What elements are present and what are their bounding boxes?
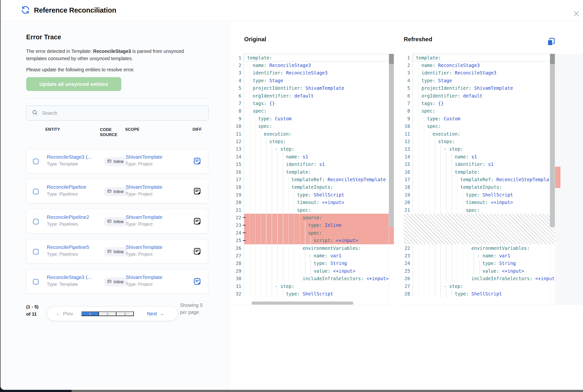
line-number: 31: [232, 284, 244, 289]
row-checkbox[interactable]: [33, 249, 38, 254]
line-number: 29: [232, 268, 244, 274]
original-vertical-scrollbar[interactable]: [389, 54, 394, 305]
code-line: 23 type: Inline: [232, 222, 394, 229]
code-line: 6 orgIdentifier: default: [404, 92, 555, 100]
line-number: 18: [232, 184, 244, 190]
line-number: 12: [404, 139, 413, 144]
page-button-1[interactable]: 1: [81, 312, 99, 316]
line-number: 13: [404, 146, 413, 152]
table-row: ReconcilePipeline5Type: PipelinesInlineS…: [26, 239, 208, 264]
next-page-button[interactable]: Next→: [134, 306, 177, 321]
deleted-line-marker: [243, 217, 246, 218]
deleted-line-marker: [243, 225, 246, 226]
table-row: ReconcileStage3 (...Type: TemplateInline…: [26, 269, 208, 294]
entity-type-label: Type: Template: [47, 282, 78, 287]
scope-link[interactable]: ShivamTemplate: [126, 274, 162, 280]
inline-storage-icon: [107, 159, 111, 164]
line-number: 9: [232, 116, 244, 121]
code-line: 22 environmentVariables:: [404, 244, 555, 252]
page-button-2[interactable]: 2: [99, 312, 116, 316]
line-number: 4: [404, 78, 413, 83]
code-line: 24 spec:: [232, 229, 394, 236]
diff-file-icon[interactable]: [193, 277, 201, 286]
code-line: 8 spec:: [232, 107, 394, 115]
page-button-3[interactable]: 3: [116, 312, 134, 316]
scope-link[interactable]: ShivamTemplate: [126, 244, 162, 250]
pagination-range: (1 - 5) of 11: [26, 303, 42, 318]
line-number: 18: [404, 184, 413, 190]
code-line: 27 - step:: [404, 282, 555, 290]
code-line: 3 identifier: ReconcileStage3: [232, 69, 394, 77]
arrow-left-icon: ←: [56, 311, 61, 316]
update-all-button[interactable]: Update all unsynced entities: [26, 77, 121, 91]
entity-link[interactable]: ReconcilePipeline: [47, 184, 86, 190]
diff-file-icon[interactable]: [193, 187, 201, 196]
line-number: 14: [232, 154, 244, 159]
inline-storage-icon: [107, 279, 111, 284]
close-button[interactable]: [572, 10, 581, 18]
line-number: 21: [232, 208, 244, 213]
row-checkbox[interactable]: [33, 189, 38, 194]
line-number: 20: [404, 200, 413, 205]
code-line: 19 type: ShellScript: [232, 191, 394, 198]
code-line: 9 type: Custom: [232, 115, 394, 122]
line-number: 25: [404, 268, 413, 274]
code-line: 25 value: <+input>: [404, 267, 555, 274]
line-number: 2: [232, 62, 244, 68]
search-input[interactable]: [42, 110, 197, 116]
code-source-badge: Inline: [103, 157, 127, 166]
line-number: 20: [232, 200, 244, 205]
diff-file-icon[interactable]: [193, 247, 201, 256]
code-line: 5 projectIdentifier: ShivamTemplate: [232, 84, 394, 92]
diff-area: Original Refreshed 1template:2 name: Rec…: [229, 21, 583, 390]
original-horizontal-scrollbar[interactable]: [251, 302, 353, 305]
scope-link[interactable]: ShivamTemplate: [126, 214, 162, 220]
row-checkbox[interactable]: [33, 279, 38, 284]
line-number: 30: [232, 276, 244, 281]
code-line: 18 templateInputs:: [232, 184, 394, 191]
row-checkbox[interactable]: [33, 159, 38, 164]
line-number: 24: [232, 230, 244, 236]
code-line: 27 - name: var1: [232, 252, 394, 259]
code-line: 5 projectIdentifier: ShivamTemplate: [404, 84, 555, 92]
column-header-code-source: CODE SOURCE: [100, 127, 122, 137]
code-source-label: Inline: [113, 280, 124, 284]
line-number: 32: [232, 291, 244, 296]
removed-lines-hatch: [404, 214, 555, 244]
scope-type-label: Type: Project: [126, 252, 152, 257]
code-source-badge: Inline: [103, 187, 127, 196]
copy-icon[interactable]: [546, 37, 556, 47]
line-number: 22: [404, 246, 413, 251]
line-number: 17: [232, 177, 244, 182]
scope-link[interactable]: ShivamTemplate: [126, 184, 162, 190]
scope-link[interactable]: ShivamTemplate: [126, 154, 162, 160]
refreshed-vertical-scrollbar[interactable]: [550, 54, 555, 305]
entity-link[interactable]: ReconcileStage3 (...: [47, 154, 92, 160]
line-number: 8: [232, 108, 244, 114]
error-instruction: Please update the following entities to …: [26, 66, 196, 73]
entity-link[interactable]: ReconcilePipeline5: [47, 244, 89, 250]
refreshed-code-editor[interactable]: 1template:2 name: ReconcileStage33 ident…: [404, 54, 555, 305]
line-number: 22: [232, 215, 244, 220]
code-line: 22 source:: [232, 214, 394, 221]
line-number: 6: [232, 93, 244, 98]
code-line: 29 value: <+input>: [232, 267, 394, 274]
search-box[interactable]: [26, 106, 209, 120]
line-number: 5: [232, 86, 244, 91]
code-line: 28 type: ShellScript: [404, 290, 555, 298]
arrow-right-icon: →: [159, 311, 164, 316]
diff-file-icon[interactable]: [193, 157, 201, 166]
diff-file-icon[interactable]: [193, 217, 201, 226]
line-number: 2: [404, 62, 413, 68]
code-line: 2 name: ReconcileStage3: [404, 61, 555, 69]
entity-link[interactable]: ReconcilePipeline2: [47, 214, 89, 220]
entity-link[interactable]: ReconcileStage3 (...: [47, 274, 92, 280]
prev-page-button[interactable]: ←Prev: [47, 306, 81, 321]
table-row: ReconcilePipelineType: PipelinesInlineSh…: [26, 179, 208, 203]
line-number: 7: [232, 101, 244, 106]
code-line: 8 spec:: [404, 107, 555, 115]
code-line: 7 tags: {}: [232, 100, 394, 107]
template-name: ReconcileStage3: [93, 48, 131, 54]
original-code-editor[interactable]: 1template:2 name: ReconcileStage33 ident…: [232, 54, 394, 305]
row-checkbox[interactable]: [33, 219, 38, 224]
